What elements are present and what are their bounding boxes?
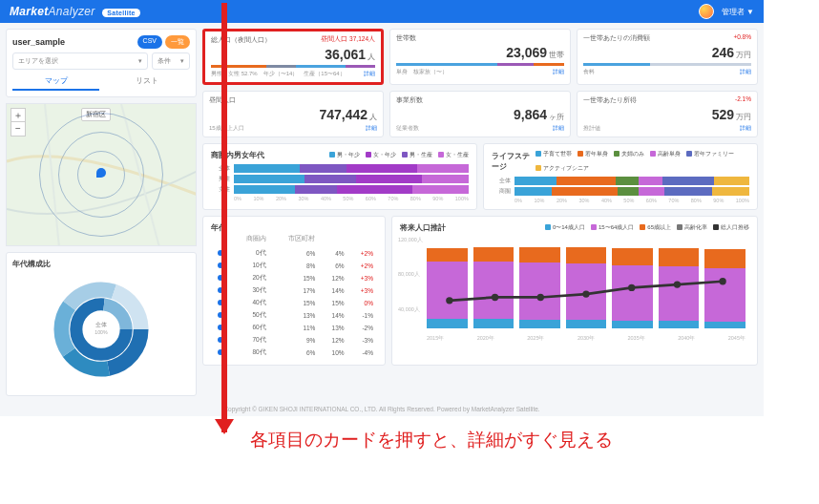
kpi-card[interactable]: 一世帯あたりの消費額+0.8% 246万円 食料詳細 (577, 29, 758, 85)
combo-panel: 将来人口推計 0〜14歳人口15〜64歳人口65歳以上高齢化率総人口推移 120… (391, 216, 758, 366)
svg-text:100%: 100% (94, 329, 108, 335)
svg-point-11 (446, 297, 452, 304)
brand-badge: Satellite (102, 9, 140, 17)
area-select[interactable]: エリアを選択▾ (12, 52, 148, 70)
csv-button[interactable]: CSV (137, 35, 162, 49)
panel-life: ライフステージ 子育て世帯若年単身夫婦のみ高齢単身若年ファミリーアクティブシニア… (483, 143, 758, 210)
kpi-card[interactable]: 一世帯あたり所得-2.1% 529万円 推計値詳細 (577, 91, 758, 137)
user-card: user_sample CSV 一覧 エリアを選択▾ 条件▾ マップ リスト (6, 29, 197, 97)
annotation-text: 各項目のカードを押すと、詳細がすぐ見える (250, 428, 764, 452)
tab-map[interactable]: マップ (12, 74, 99, 91)
kpi-card[interactable]: 総人口（夜間人口）昼間人口 37,124人 36,061人 男性 女性 52.7… (202, 29, 384, 85)
svg-point-16 (674, 281, 681, 287)
donut-card: 年代構成比 全体 100% (6, 252, 197, 396)
panel-age-title: 商圏内男女年代 (211, 150, 264, 160)
cond-select[interactable]: 条件▾ (152, 52, 190, 70)
kpi-card[interactable]: 昼間人口 747,442人 15歳以上人口詳細 (202, 91, 384, 137)
legend-combo: 0〜14歳人口15〜64歳人口65歳以上高齢化率総人口推移 (545, 223, 749, 232)
table-title: 年代 (211, 222, 377, 233)
app-root: MarketAnalyzer Satellite 管理者 ▼ user_samp… (0, 0, 764, 416)
user-menu[interactable]: 管理者 ▼ (722, 7, 754, 17)
age-table: 商圏内市区町村0代6%4%+2%10代8%6%+2%20代15%12%+3%30… (211, 233, 377, 359)
list-button[interactable]: 一覧 (165, 35, 190, 49)
donut-title: 年代構成比 (12, 259, 190, 269)
panel-age: 商圏内男女年代 男・年少女・年少男・生産女・生産 全体男性女性 0%10%20%… (202, 143, 477, 210)
svg-point-15 (628, 284, 635, 291)
username: user_sample (12, 37, 65, 47)
combo-title: 将来人口推計 (400, 222, 446, 233)
arrow-icon (221, 3, 227, 432)
tab-list[interactable]: リスト (103, 74, 190, 91)
kpi-card[interactable]: 世帯数 23,069世帯 単身 核家族（〜）詳細 (389, 29, 571, 85)
annotation: 各項目のカードを押すと、詳細がすぐ見える (0, 428, 764, 452)
topbar: MarketAnalyzer Satellite 管理者 ▼ (0, 0, 764, 23)
bars-life: 全体商圏 (492, 177, 749, 196)
svg-point-12 (492, 294, 498, 301)
brand-logo: MarketAnalyzer Satellite (10, 5, 140, 18)
kpi-card[interactable]: 事業所数 9,864ヶ所 従業者数詳細 (389, 91, 571, 137)
chevron-down-icon: ▾ (138, 57, 142, 65)
svg-text:全体: 全体 (95, 322, 107, 327)
combo-chart: 120,000人 80,000人 40,000人 2015年2020年2025年… (400, 237, 749, 342)
chevron-down-icon: ▾ (180, 57, 184, 65)
svg-point-17 (719, 278, 725, 284)
kpi-grid: 総人口（夜間人口）昼間人口 37,124人 36,061人 男性 女性 52.7… (202, 29, 758, 137)
age-table-panel: 年代 商圏内市区町村0代6%4%+2%10代8%6%+2%20代15%12%+3… (202, 216, 386, 366)
bars-age: 全体男性女性 (211, 164, 469, 194)
svg-point-13 (537, 294, 544, 301)
map[interactable]: ＋− 新宿区 (6, 103, 197, 246)
legend-life: 子育て世帯若年単身夫婦のみ高齢単身若年ファミリーアクティブシニア (536, 150, 749, 173)
legend-age: 男・年少女・年少男・生産女・生産 (329, 151, 469, 159)
map-roads (7, 104, 196, 245)
panel-life-title: ライフステージ (492, 151, 536, 172)
svg-point-14 (582, 290, 589, 297)
avatar[interactable] (699, 4, 714, 19)
donut-chart: 全体 100% (49, 277, 154, 382)
